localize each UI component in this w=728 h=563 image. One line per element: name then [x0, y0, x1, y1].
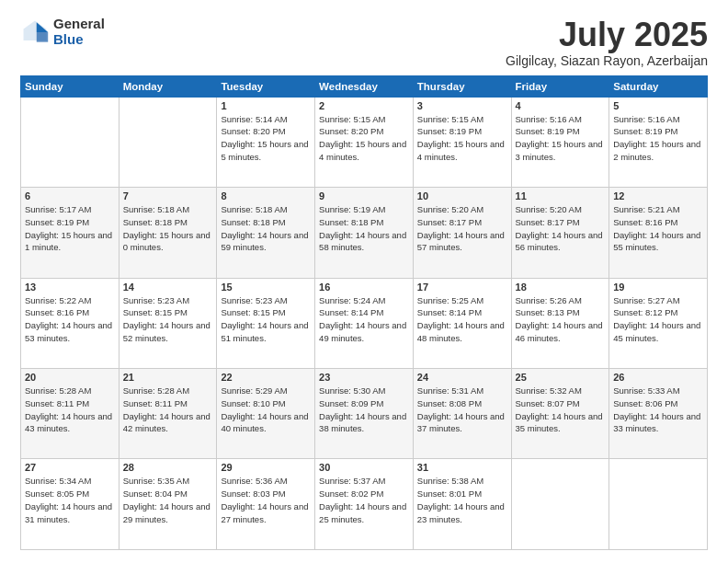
day-number: 6 [25, 190, 115, 201]
header: General Blue July 2025 Gilgilcay, Siazan… [20, 17, 708, 68]
day-info: Sunrise: 5:25 AMSunset: 8:14 PMDaylight:… [417, 294, 507, 345]
day-info: Sunrise: 5:27 AMSunset: 8:12 PMDaylight:… [613, 294, 703, 345]
day-info-line: Daylight: 14 hours and 45 minutes. [613, 319, 703, 345]
day-info-line: Sunrise: 5:26 AM [516, 294, 606, 307]
day-info-line: Sunset: 8:19 PM [516, 125, 606, 138]
day-cell: 24Sunrise: 5:31 AMSunset: 8:08 PMDayligh… [413, 369, 511, 459]
day-number: 22 [221, 372, 311, 383]
day-info-line: Daylight: 15 hours and 4 minutes. [319, 138, 409, 164]
day-info-line: Daylight: 14 hours and 57 minutes. [417, 229, 507, 255]
day-info: Sunrise: 5:15 AMSunset: 8:20 PMDaylight:… [319, 113, 409, 164]
day-info: Sunrise: 5:19 AMSunset: 8:18 PMDaylight:… [319, 203, 409, 254]
day-info-line: Daylight: 15 hours and 1 minute. [25, 229, 115, 255]
day-cell: 3Sunrise: 5:15 AMSunset: 8:19 PMDaylight… [413, 97, 511, 187]
day-cell: 22Sunrise: 5:29 AMSunset: 8:10 PMDayligh… [217, 369, 315, 459]
day-info-line: Sunrise: 5:38 AM [417, 475, 507, 488]
logo: General Blue [20, 17, 105, 47]
day-info: Sunrise: 5:22 AMSunset: 8:16 PMDaylight:… [25, 294, 115, 345]
day-cell: 5Sunrise: 5:16 AMSunset: 8:19 PMDaylight… [609, 97, 708, 187]
subtitle: Gilgilcay, Siazan Rayon, Azerbaijan [506, 53, 708, 68]
weekday-header-saturday: Saturday [609, 75, 708, 97]
day-number: 31 [417, 462, 507, 473]
day-cell: 26Sunrise: 5:33 AMSunset: 8:06 PMDayligh… [609, 369, 708, 459]
day-info-line: Sunset: 8:09 PM [319, 397, 409, 410]
day-cell: 18Sunrise: 5:26 AMSunset: 8:13 PMDayligh… [511, 278, 609, 368]
day-info: Sunrise: 5:33 AMSunset: 8:06 PMDaylight:… [613, 385, 703, 435]
day-info-line: Sunset: 8:17 PM [516, 216, 606, 229]
day-cell: 20Sunrise: 5:28 AMSunset: 8:11 PMDayligh… [21, 369, 119, 459]
day-info-line: Daylight: 14 hours and 23 minutes. [417, 500, 507, 526]
week-row-4: 20Sunrise: 5:28 AMSunset: 8:11 PMDayligh… [21, 369, 708, 459]
day-cell: 9Sunrise: 5:19 AMSunset: 8:18 PMDaylight… [315, 188, 414, 278]
day-info-line: Sunrise: 5:22 AM [25, 294, 115, 307]
day-info-line: Sunset: 8:15 PM [221, 306, 311, 319]
day-info: Sunrise: 5:28 AMSunset: 8:11 PMDaylight:… [123, 385, 213, 435]
day-info-line: Daylight: 14 hours and 46 minutes. [516, 319, 606, 345]
main-title: July 2025 [506, 17, 708, 53]
day-info: Sunrise: 5:18 AMSunset: 8:18 PMDaylight:… [221, 203, 311, 254]
day-number: 13 [25, 282, 115, 293]
day-cell [609, 459, 708, 550]
day-info-line: Sunset: 8:03 PM [221, 488, 311, 500]
day-number: 19 [613, 282, 703, 293]
day-cell: 19Sunrise: 5:27 AMSunset: 8:12 PMDayligh… [609, 278, 708, 368]
day-info-line: Daylight: 14 hours and 59 minutes. [221, 229, 311, 255]
weekday-header-thursday: Thursday [413, 75, 511, 97]
weekday-header-friday: Friday [511, 75, 609, 97]
day-info-line: Daylight: 15 hours and 2 minutes. [613, 138, 703, 164]
day-info: Sunrise: 5:38 AMSunset: 8:01 PMDaylight:… [417, 475, 507, 525]
day-info-line: Sunset: 8:08 PM [417, 397, 507, 410]
day-info-line: Daylight: 14 hours and 53 minutes. [25, 319, 115, 345]
day-number: 29 [221, 462, 311, 473]
day-info-line: Daylight: 14 hours and 55 minutes. [613, 229, 703, 255]
day-number: 16 [319, 282, 409, 293]
day-info-line: Daylight: 14 hours and 33 minutes. [613, 410, 703, 436]
day-number: 2 [319, 100, 409, 111]
logo-icon [20, 17, 50, 47]
day-info-line: Sunrise: 5:25 AM [417, 294, 507, 307]
day-info-line: Sunrise: 5:21 AM [613, 203, 703, 216]
day-info-line: Daylight: 15 hours and 4 minutes. [417, 138, 507, 164]
day-info: Sunrise: 5:15 AMSunset: 8:19 PMDaylight:… [417, 113, 507, 164]
day-cell: 23Sunrise: 5:30 AMSunset: 8:09 PMDayligh… [315, 369, 414, 459]
day-info-line: Daylight: 14 hours and 38 minutes. [319, 410, 409, 436]
day-info-line: Sunrise: 5:18 AM [123, 203, 213, 216]
day-info-line: Sunrise: 5:15 AM [319, 113, 409, 126]
day-number: 9 [319, 190, 409, 201]
day-info: Sunrise: 5:36 AMSunset: 8:03 PMDaylight:… [221, 475, 311, 525]
day-info-line: Sunrise: 5:15 AM [417, 113, 507, 126]
day-info-line: Sunset: 8:12 PM [613, 306, 703, 319]
day-number: 15 [221, 282, 311, 293]
day-info-line: Daylight: 14 hours and 31 minutes. [25, 500, 115, 526]
day-info: Sunrise: 5:26 AMSunset: 8:13 PMDaylight:… [516, 294, 606, 345]
day-info-line: Daylight: 14 hours and 58 minutes. [319, 229, 409, 255]
day-number: 7 [123, 190, 213, 201]
day-info-line: Sunset: 8:20 PM [319, 125, 409, 138]
day-info-line: Daylight: 14 hours and 52 minutes. [123, 319, 213, 345]
week-row-3: 13Sunrise: 5:22 AMSunset: 8:16 PMDayligh… [21, 278, 708, 368]
weekday-header-monday: Monday [119, 75, 217, 97]
day-number: 5 [613, 100, 703, 111]
day-cell: 8Sunrise: 5:18 AMSunset: 8:18 PMDaylight… [217, 188, 315, 278]
day-info-line: Sunrise: 5:17 AM [25, 203, 115, 216]
day-cell: 2Sunrise: 5:15 AMSunset: 8:20 PMDaylight… [315, 97, 414, 187]
day-info-line: Sunrise: 5:23 AM [221, 294, 311, 307]
day-info: Sunrise: 5:18 AMSunset: 8:18 PMDaylight:… [123, 203, 213, 254]
day-cell: 7Sunrise: 5:18 AMSunset: 8:18 PMDaylight… [119, 188, 217, 278]
logo-text: General Blue [53, 17, 105, 47]
day-info-line: Sunset: 8:15 PM [123, 306, 213, 319]
day-info-line: Daylight: 14 hours and 49 minutes. [319, 319, 409, 345]
day-info: Sunrise: 5:23 AMSunset: 8:15 PMDaylight:… [123, 294, 213, 345]
day-info-line: Sunset: 8:13 PM [516, 306, 606, 319]
week-row-1: 1Sunrise: 5:14 AMSunset: 8:20 PMDaylight… [21, 97, 708, 187]
day-info-line: Sunrise: 5:27 AM [613, 294, 703, 307]
day-info-line: Daylight: 14 hours and 42 minutes. [123, 410, 213, 436]
day-cell: 12Sunrise: 5:21 AMSunset: 8:16 PMDayligh… [609, 188, 708, 278]
day-info-line: Sunrise: 5:14 AM [221, 113, 311, 126]
day-info-line: Sunset: 8:19 PM [613, 125, 703, 138]
day-info: Sunrise: 5:14 AMSunset: 8:20 PMDaylight:… [221, 113, 311, 164]
day-info: Sunrise: 5:23 AMSunset: 8:15 PMDaylight:… [221, 294, 311, 345]
day-info-line: Sunrise: 5:37 AM [319, 475, 409, 488]
day-info-line: Daylight: 14 hours and 35 minutes. [516, 410, 606, 436]
page: General Blue July 2025 Gilgilcay, Siazan… [0, 0, 728, 563]
